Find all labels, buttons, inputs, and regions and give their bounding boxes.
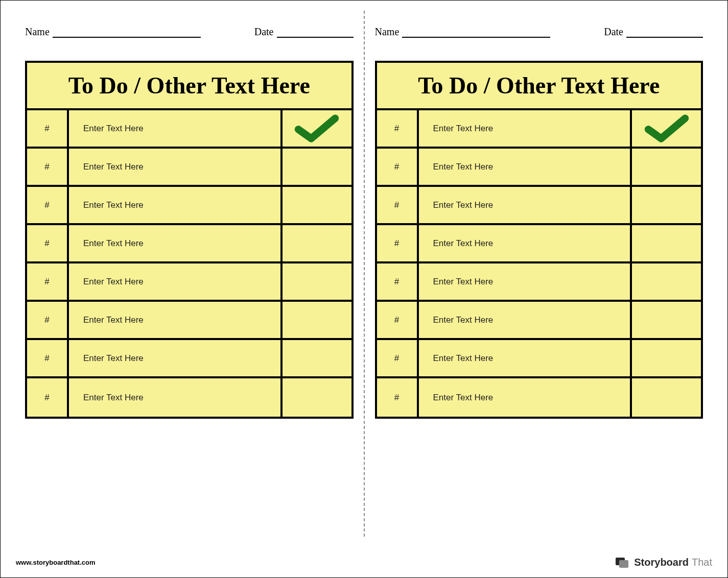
row-text[interactable]: Enter Text Here	[419, 378, 632, 417]
row-number[interactable]: #	[27, 225, 69, 261]
row-text[interactable]: Enter Text Here	[69, 110, 283, 147]
row-text[interactable]: Enter Text Here	[419, 110, 632, 147]
todo-table: To Do / Other Text Here #Enter Text Here…	[25, 61, 354, 419]
svg-rect-1	[619, 560, 628, 568]
row-text[interactable]: Enter Text Here	[69, 302, 283, 338]
row-number[interactable]: #	[27, 187, 69, 223]
table-row: #Enter Text Here	[27, 340, 351, 378]
meta-row: Name Date	[375, 11, 703, 61]
table-title[interactable]: To Do / Other Text Here	[418, 73, 660, 99]
footer: www.storyboardthat.com StoryboardThat	[1, 552, 727, 577]
row-check[interactable]	[283, 110, 351, 147]
row-check[interactable]	[283, 340, 351, 376]
check-icon	[644, 114, 690, 142]
row-number[interactable]: #	[377, 110, 419, 147]
name-field: Name	[375, 26, 551, 38]
row-number[interactable]: #	[377, 263, 419, 300]
footer-brand: StoryboardThat	[616, 557, 712, 568]
table-row: #Enter Text Here	[377, 149, 701, 187]
date-label: Date	[604, 26, 623, 38]
row-check[interactable]	[283, 302, 351, 338]
check-icon	[294, 114, 340, 142]
row-check[interactable]	[283, 263, 351, 300]
name-input-line[interactable]	[53, 27, 201, 38]
row-check[interactable]	[283, 187, 351, 223]
row-text[interactable]: Enter Text Here	[419, 225, 632, 261]
brand-text-2: That	[692, 557, 712, 568]
row-text[interactable]: Enter Text Here	[69, 149, 283, 185]
row-check[interactable]	[632, 302, 701, 338]
table-row: #Enter Text Here	[377, 187, 701, 225]
row-number[interactable]: #	[27, 110, 69, 147]
title-row: To Do / Other Text Here	[27, 63, 351, 110]
row-check[interactable]	[632, 149, 701, 185]
table-row: #Enter Text Here	[377, 110, 701, 149]
row-text[interactable]: Enter Text Here	[69, 263, 283, 300]
table-row: #Enter Text Here	[377, 340, 701, 378]
name-input-line[interactable]	[402, 27, 550, 38]
row-text[interactable]: Enter Text Here	[419, 187, 632, 223]
table-rows: #Enter Text Here#Enter Text Here#Enter T…	[377, 110, 701, 417]
row-number[interactable]: #	[377, 378, 419, 417]
date-field: Date	[254, 26, 354, 38]
row-text[interactable]: Enter Text Here	[419, 263, 632, 300]
row-number[interactable]: #	[377, 340, 419, 376]
row-number[interactable]: #	[377, 187, 419, 223]
page: Name Date To Do / Other Text Here #Enter…	[1, 1, 727, 547]
date-input-line[interactable]	[277, 27, 354, 38]
table-row: #Enter Text Here	[377, 378, 701, 417]
row-check[interactable]	[632, 187, 701, 223]
row-number[interactable]: #	[27, 263, 69, 300]
row-text[interactable]: Enter Text Here	[69, 187, 283, 223]
row-text[interactable]: Enter Text Here	[69, 225, 283, 261]
row-text[interactable]: Enter Text Here	[419, 302, 632, 338]
meta-row: Name Date	[25, 11, 354, 61]
todo-table: To Do / Other Text Here #Enter Text Here…	[375, 61, 703, 419]
row-number[interactable]: #	[377, 225, 419, 261]
row-check[interactable]	[283, 378, 351, 417]
row-check[interactable]	[632, 225, 701, 261]
row-text[interactable]: Enter Text Here	[69, 340, 283, 376]
date-input-line[interactable]	[626, 27, 703, 38]
name-label: Name	[375, 26, 400, 38]
footer-url: www.storyboardthat.com	[16, 559, 96, 566]
row-number[interactable]: #	[27, 149, 69, 185]
row-number[interactable]: #	[377, 302, 419, 338]
table-row: #Enter Text Here	[27, 149, 351, 187]
table-row: #Enter Text Here	[27, 187, 351, 225]
row-text[interactable]: Enter Text Here	[419, 149, 632, 185]
page-divider	[364, 11, 365, 537]
row-number[interactable]: #	[377, 149, 419, 185]
row-number[interactable]: #	[27, 302, 69, 338]
name-label: Name	[25, 26, 50, 38]
row-text[interactable]: Enter Text Here	[419, 340, 632, 376]
row-text[interactable]: Enter Text Here	[69, 378, 283, 417]
left-panel: Name Date To Do / Other Text Here #Enter…	[16, 11, 363, 537]
table-row: #Enter Text Here	[377, 225, 701, 263]
row-check[interactable]	[283, 225, 351, 261]
right-panel: Name Date To Do / Other Text Here #Enter…	[366, 11, 713, 537]
row-check[interactable]	[632, 378, 701, 417]
name-field: Name	[25, 26, 201, 38]
brand-text-1: Storyboard	[634, 557, 689, 568]
title-row: To Do / Other Text Here	[377, 63, 701, 110]
table-row: #Enter Text Here	[377, 263, 701, 302]
row-number[interactable]: #	[27, 340, 69, 376]
table-row: #Enter Text Here	[377, 302, 701, 340]
date-field: Date	[604, 26, 703, 38]
table-row: #Enter Text Here	[27, 302, 351, 340]
table-title[interactable]: To Do / Other Text Here	[68, 73, 310, 99]
table-row: #Enter Text Here	[27, 263, 351, 302]
row-check[interactable]	[632, 263, 701, 300]
table-row: #Enter Text Here	[27, 225, 351, 263]
row-check[interactable]	[283, 149, 351, 185]
storyboard-icon	[616, 557, 629, 568]
table-rows: #Enter Text Here#Enter Text Here#Enter T…	[27, 110, 351, 417]
row-check[interactable]	[632, 110, 701, 147]
table-row: #Enter Text Here	[27, 110, 351, 149]
row-check[interactable]	[632, 340, 701, 376]
date-label: Date	[254, 26, 274, 38]
table-row: #Enter Text Here	[27, 378, 351, 417]
row-number[interactable]: #	[27, 378, 69, 417]
